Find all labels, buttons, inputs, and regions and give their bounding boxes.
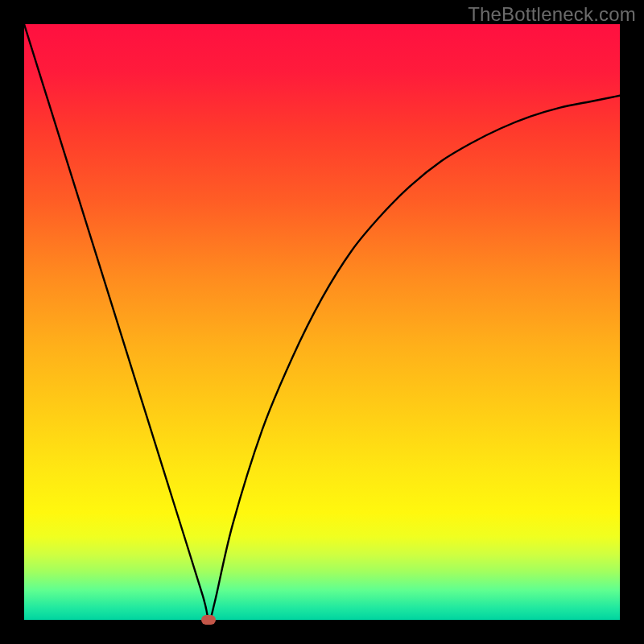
chart-frame: TheBottleneck.com — [0, 0, 644, 644]
bottleneck-curve — [24, 24, 620, 620]
curve-svg — [24, 24, 620, 620]
plot-area — [24, 24, 620, 620]
watermark-text: TheBottleneck.com — [468, 3, 636, 26]
minimum-marker — [201, 615, 216, 625]
